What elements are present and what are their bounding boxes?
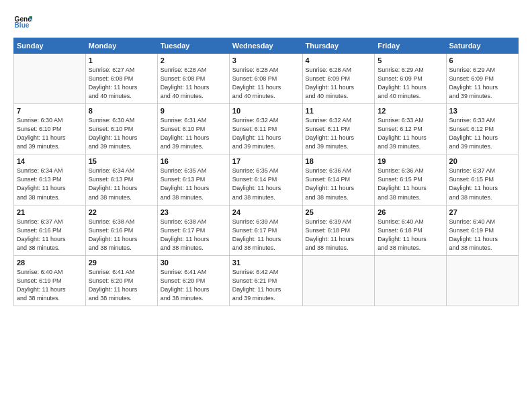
day-header-thursday: Thursday [302, 38, 375, 54]
cell-info: Sunrise: 6:35 AMSunset: 6:13 PMDaylight:… [161, 167, 226, 201]
cell-day-number: 5 [378, 56, 443, 64]
calendar-cell: 20Sunrise: 6:37 AMSunset: 6:15 PMDayligh… [446, 154, 518, 205]
calendar-week-2: 7Sunrise: 6:30 AMSunset: 6:10 PMDaylight… [14, 104, 519, 154]
cell-day-number: 21 [17, 208, 83, 216]
calendar-cell: 16Sunrise: 6:35 AMSunset: 6:13 PMDayligh… [157, 154, 229, 205]
cell-info: Sunrise: 6:28 AMSunset: 6:08 PMDaylight:… [232, 66, 300, 101]
calendar-cell: 4Sunrise: 6:28 AMSunset: 6:09 PMDaylight… [302, 54, 375, 104]
cell-info: Sunrise: 6:42 AMSunset: 6:21 PMDaylight:… [232, 268, 300, 303]
cell-info: Sunrise: 6:29 AMSunset: 6:09 PMDaylight:… [378, 66, 443, 101]
calendar-cell: 19Sunrise: 6:36 AMSunset: 6:15 PMDayligh… [375, 154, 446, 205]
calendar-cell: 24Sunrise: 6:39 AMSunset: 6:17 PMDayligh… [229, 205, 302, 255]
calendar-cell: 14Sunrise: 6:34 AMSunset: 6:13 PMDayligh… [14, 154, 86, 205]
cell-info: Sunrise: 6:31 AMSunset: 6:10 PMDaylight:… [161, 116, 226, 151]
calendar-cell: 12Sunrise: 6:33 AMSunset: 6:12 PMDayligh… [375, 104, 446, 154]
calendar-week-5: 28Sunrise: 6:40 AMSunset: 6:19 PMDayligh… [14, 255, 519, 306]
cell-info: Sunrise: 6:28 AMSunset: 6:08 PMDaylight:… [161, 66, 226, 101]
cell-day-number: 23 [161, 208, 226, 216]
cell-day-number: 1 [89, 56, 154, 64]
cell-day-number: 6 [449, 56, 515, 64]
calendar-week-3: 14Sunrise: 6:34 AMSunset: 6:13 PMDayligh… [14, 154, 519, 205]
calendar-cell: 31Sunrise: 6:42 AMSunset: 6:21 PMDayligh… [229, 255, 302, 306]
cell-info: Sunrise: 6:35 AMSunset: 6:14 PMDaylight:… [232, 167, 300, 201]
cell-day-number: 19 [378, 157, 443, 165]
calendar-cell: 23Sunrise: 6:38 AMSunset: 6:17 PMDayligh… [157, 205, 229, 255]
cell-day-number: 18 [306, 157, 372, 165]
cell-day-number: 3 [232, 56, 300, 64]
svg-text:Blue: Blue [15, 21, 30, 29]
cell-info: Sunrise: 6:40 AMSunset: 6:18 PMDaylight:… [378, 218, 443, 253]
cell-info: Sunrise: 6:27 AMSunset: 6:08 PMDaylight:… [89, 66, 154, 101]
cell-info: Sunrise: 6:34 AMSunset: 6:13 PMDaylight:… [89, 167, 154, 201]
calendar-cell: 9Sunrise: 6:31 AMSunset: 6:10 PMDaylight… [157, 104, 229, 154]
cell-day-number: 28 [17, 259, 83, 267]
cell-day-number: 26 [378, 208, 443, 216]
calendar-cell: 27Sunrise: 6:40 AMSunset: 6:19 PMDayligh… [446, 205, 518, 255]
calendar-cell [375, 255, 446, 306]
day-header-saturday: Saturday [446, 38, 518, 54]
cell-day-number: 14 [17, 157, 83, 165]
calendar-cell: 5Sunrise: 6:29 AMSunset: 6:09 PMDaylight… [375, 54, 446, 104]
cell-day-number: 9 [161, 107, 226, 115]
header: General Blue [13, 12, 519, 31]
cell-day-number: 17 [232, 157, 300, 165]
cell-info: Sunrise: 6:33 AMSunset: 6:12 PMDaylight:… [449, 116, 515, 151]
calendar-cell: 26Sunrise: 6:40 AMSunset: 6:18 PMDayligh… [375, 205, 446, 255]
calendar-cell: 8Sunrise: 6:30 AMSunset: 6:10 PMDaylight… [85, 104, 157, 154]
cell-info: Sunrise: 6:40 AMSunset: 6:19 PMDaylight:… [449, 218, 515, 253]
cell-info: Sunrise: 6:39 AMSunset: 6:18 PMDaylight:… [306, 218, 372, 253]
cell-info: Sunrise: 6:40 AMSunset: 6:19 PMDaylight:… [17, 268, 83, 303]
logo: General Blue [13, 12, 35, 31]
cell-info: Sunrise: 6:30 AMSunset: 6:10 PMDaylight:… [89, 116, 154, 151]
calendar-cell: 25Sunrise: 6:39 AMSunset: 6:18 PMDayligh… [302, 205, 375, 255]
cell-info: Sunrise: 6:37 AMSunset: 6:16 PMDaylight:… [17, 218, 83, 253]
cell-info: Sunrise: 6:41 AMSunset: 6:20 PMDaylight:… [161, 268, 226, 303]
cell-info: Sunrise: 6:37 AMSunset: 6:15 PMDaylight:… [449, 167, 515, 201]
calendar-cell: 18Sunrise: 6:36 AMSunset: 6:14 PMDayligh… [302, 154, 375, 205]
cell-info: Sunrise: 6:32 AMSunset: 6:11 PMDaylight:… [232, 116, 300, 151]
cell-info: Sunrise: 6:36 AMSunset: 6:14 PMDaylight:… [306, 167, 372, 201]
cell-day-number: 4 [306, 56, 372, 64]
logo-icon: General Blue [13, 12, 32, 31]
calendar-cell: 7Sunrise: 6:30 AMSunset: 6:10 PMDaylight… [14, 104, 86, 154]
calendar-cell [446, 255, 518, 306]
calendar-cell: 17Sunrise: 6:35 AMSunset: 6:14 PMDayligh… [229, 154, 302, 205]
calendar-cell: 29Sunrise: 6:41 AMSunset: 6:20 PMDayligh… [85, 255, 157, 306]
cell-day-number: 11 [306, 107, 372, 115]
cell-day-number: 15 [89, 157, 154, 165]
calendar-cell: 6Sunrise: 6:29 AMSunset: 6:09 PMDaylight… [446, 54, 518, 104]
calendar-cell: 1Sunrise: 6:27 AMSunset: 6:08 PMDaylight… [85, 54, 157, 104]
calendar-cell: 28Sunrise: 6:40 AMSunset: 6:19 PMDayligh… [14, 255, 86, 306]
cell-info: Sunrise: 6:30 AMSunset: 6:10 PMDaylight:… [17, 116, 83, 151]
cell-day-number: 10 [232, 107, 300, 115]
cell-day-number: 20 [449, 157, 515, 165]
cell-info: Sunrise: 6:36 AMSunset: 6:15 PMDaylight:… [378, 167, 443, 201]
cell-day-number: 12 [378, 107, 443, 115]
cell-info: Sunrise: 6:39 AMSunset: 6:17 PMDaylight:… [232, 218, 300, 253]
cell-day-number: 13 [449, 107, 515, 115]
cell-info: Sunrise: 6:38 AMSunset: 6:16 PMDaylight:… [89, 218, 154, 253]
page: General Blue SundayMondayTuesdayWednesda… [0, 0, 532, 411]
calendar-cell: 22Sunrise: 6:38 AMSunset: 6:16 PMDayligh… [85, 205, 157, 255]
calendar-cell: 15Sunrise: 6:34 AMSunset: 6:13 PMDayligh… [85, 154, 157, 205]
day-header-tuesday: Tuesday [157, 38, 229, 54]
cell-info: Sunrise: 6:38 AMSunset: 6:17 PMDaylight:… [161, 218, 226, 253]
cell-day-number: 16 [161, 157, 226, 165]
calendar-cell: 10Sunrise: 6:32 AMSunset: 6:11 PMDayligh… [229, 104, 302, 154]
cell-day-number: 22 [89, 208, 154, 216]
cell-info: Sunrise: 6:29 AMSunset: 6:09 PMDaylight:… [449, 66, 515, 101]
calendar-cell: 30Sunrise: 6:41 AMSunset: 6:20 PMDayligh… [157, 255, 229, 306]
cell-day-number: 29 [89, 259, 154, 267]
cell-day-number: 24 [232, 208, 300, 216]
cell-day-number: 2 [161, 56, 226, 64]
day-header-wednesday: Wednesday [229, 38, 302, 54]
cell-day-number: 27 [449, 208, 515, 216]
cell-day-number: 8 [89, 107, 154, 115]
calendar-week-1: 1Sunrise: 6:27 AMSunset: 6:08 PMDaylight… [14, 54, 519, 104]
cell-info: Sunrise: 6:33 AMSunset: 6:12 PMDaylight:… [378, 116, 443, 151]
cell-day-number: 7 [17, 107, 83, 115]
day-header-monday: Monday [85, 38, 157, 54]
cell-day-number: 30 [161, 259, 226, 267]
cell-info: Sunrise: 6:32 AMSunset: 6:11 PMDaylight:… [306, 116, 372, 151]
day-header-sunday: Sunday [14, 38, 86, 54]
